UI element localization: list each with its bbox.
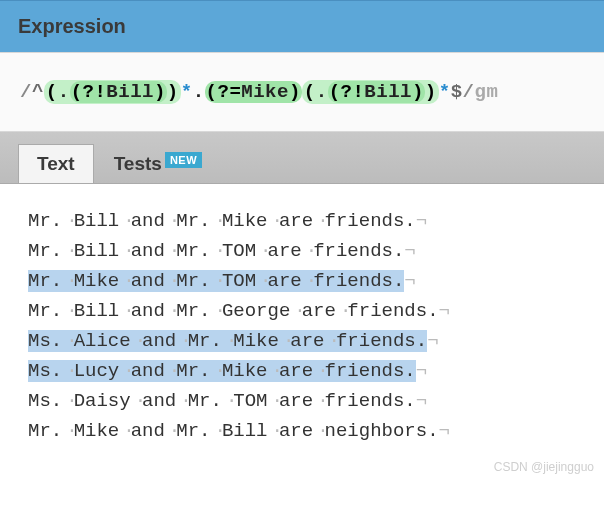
- test-line: Mr. Bill and Mr. Mike are friends.¬: [28, 206, 582, 236]
- regex-flags: gm: [474, 81, 498, 103]
- anchor-start: ^: [32, 81, 44, 103]
- test-line: Mr. Bill and Mr. George are friends.¬: [28, 296, 582, 326]
- delim-open: /: [20, 81, 32, 103]
- neg-lookahead-2: (?!Bill): [328, 81, 425, 103]
- eol-marker: ¬: [416, 210, 427, 232]
- regex-expression[interactable]: /^(.(?!Bill))*.(?=Mike)(.(?!Bill))*$/gm: [20, 81, 586, 103]
- neg-lookahead-1: (?!Bill): [70, 81, 167, 103]
- watermark: CSDN @jiejingguo: [0, 458, 604, 476]
- expression-header: Expression: [0, 0, 604, 52]
- match-highlight: Mr. Mike and Mr. TOM are friends.: [28, 270, 404, 292]
- eol-marker: ¬: [439, 420, 450, 442]
- expression-panel: /^(.(?!Bill))*.(?=Mike)(.(?!Bill))*$/gm: [0, 52, 604, 132]
- tab-tests[interactable]: TestsNEW: [96, 145, 220, 183]
- test-line: Ms. Alice and Mr. Mike are friends.¬: [28, 326, 582, 356]
- delim-close: /: [463, 81, 475, 103]
- test-line: Ms. Lucy and Mr. Mike are friends.¬: [28, 356, 582, 386]
- eol-marker: ¬: [404, 270, 415, 292]
- eol-marker: ¬: [416, 360, 427, 382]
- test-line: Mr. Mike and Mr. TOM are friends.¬: [28, 266, 582, 296]
- test-line: Ms. Daisy and Mr. TOM are friends.¬: [28, 386, 582, 416]
- header-title: Expression: [18, 15, 586, 38]
- quantifier-star-1: *: [181, 81, 193, 103]
- test-text-area[interactable]: Mr. Bill and Mr. Mike are friends.¬Mr. B…: [0, 184, 604, 458]
- new-badge: NEW: [165, 152, 202, 168]
- eol-marker: ¬: [439, 300, 450, 322]
- group-1: (.(?!Bill)): [44, 80, 181, 104]
- test-line: Mr. Mike and Mr. Bill are neighbors.¬: [28, 416, 582, 446]
- eol-marker: ¬: [404, 240, 415, 262]
- match-highlight: Ms. Lucy and Mr. Mike are friends.: [28, 360, 416, 382]
- group-2: (.(?!Bill)): [302, 80, 439, 104]
- anchor-end: $: [451, 81, 463, 103]
- test-line: Mr. Bill and Mr. TOM are friends.¬: [28, 236, 582, 266]
- pos-lookahead: (?=Mike): [205, 81, 302, 103]
- tabs-bar: Text TestsNEW: [0, 132, 604, 184]
- eol-marker: ¬: [427, 330, 438, 352]
- tab-text[interactable]: Text: [18, 144, 94, 183]
- match-highlight: Ms. Alice and Mr. Mike are friends.: [28, 330, 427, 352]
- quantifier-star-2: *: [439, 81, 451, 103]
- eol-marker: ¬: [416, 390, 427, 412]
